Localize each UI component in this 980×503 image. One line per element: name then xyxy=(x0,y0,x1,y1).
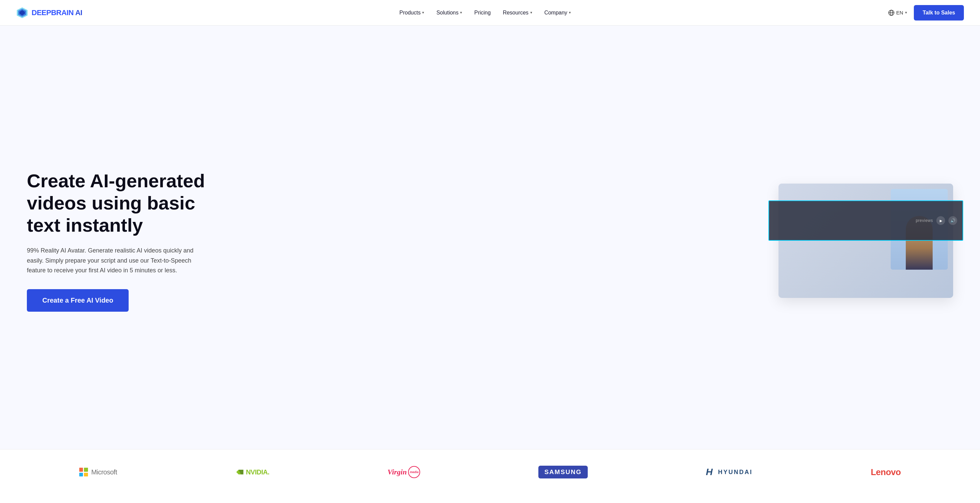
logo-text: DEEPBRAIN AI xyxy=(32,8,82,17)
partner-samsung: SAMSUNG xyxy=(538,466,588,479)
create-free-video-button[interactable]: Create a Free AI Video xyxy=(27,289,129,312)
partners-row: Microsoft NVIDIA. Virgin media SAMSUNG xyxy=(27,466,953,479)
chevron-down-icon: ▾ xyxy=(422,10,424,15)
chevron-down-icon: ▾ xyxy=(460,10,462,15)
chevron-down-icon: ▾ xyxy=(530,10,532,15)
preview-label: previews xyxy=(916,218,933,223)
video-controls-overlay: previews xyxy=(768,200,963,241)
nav-item-resources[interactable]: Resources ▾ xyxy=(503,10,532,16)
sound-button[interactable] xyxy=(948,216,957,225)
virgin-text: Virgin xyxy=(388,468,407,476)
partners-section: Microsoft NVIDIA. Virgin media SAMSUNG xyxy=(0,449,980,495)
language-selector[interactable]: EN ▾ xyxy=(888,10,907,16)
hero-content: Create AI-generated videos using basic t… xyxy=(27,170,222,312)
samsung-label: SAMSUNG xyxy=(538,466,588,479)
hyundai-h-icon: H xyxy=(706,467,713,477)
hyundai-label: HYUNDAI xyxy=(718,469,752,476)
microsoft-label: Microsoft xyxy=(91,468,117,476)
nav-item-company[interactable]: Company ▾ xyxy=(544,10,571,16)
hero-video-preview: previews xyxy=(778,184,953,298)
nav-links: Products ▾ Solutions ▾ Pricing Resources… xyxy=(399,10,571,16)
nav-item-products[interactable]: Products ▾ xyxy=(399,10,424,16)
play-button[interactable] xyxy=(936,216,945,225)
logo-icon xyxy=(16,7,28,19)
globe-icon xyxy=(888,10,894,16)
partner-virgin: Virgin media xyxy=(388,466,420,478)
virgin-circle: media xyxy=(408,466,420,478)
nvidia-label: NVIDIA. xyxy=(246,468,269,476)
navbar: DEEPBRAIN AI Products ▾ Solutions ▾ Pric… xyxy=(0,0,980,26)
partner-nvidia: NVIDIA. xyxy=(235,468,269,476)
microsoft-logo-icon xyxy=(79,468,88,476)
hero-title: Create AI-generated videos using basic t… xyxy=(27,170,222,236)
logo[interactable]: DEEPBRAIN AI xyxy=(16,7,82,19)
hero-section: Create AI-generated videos using basic t… xyxy=(0,26,980,449)
nvidia-logo-icon xyxy=(235,468,245,476)
video-container: previews xyxy=(778,184,953,298)
chevron-down-icon: ▾ xyxy=(569,10,571,15)
lenovo-label: Lenovo xyxy=(871,467,901,477)
partner-microsoft: Microsoft xyxy=(79,468,117,476)
hero-description: 99% Reality AI Avatar. Generate realisti… xyxy=(27,246,202,276)
nav-item-pricing[interactable]: Pricing xyxy=(474,10,491,16)
nav-right: EN ▾ Talk to Sales xyxy=(888,5,964,21)
chevron-down-icon: ▾ xyxy=(905,10,907,15)
partner-lenovo: Lenovo xyxy=(871,467,901,477)
partner-hyundai: H HYUNDAI xyxy=(706,467,752,477)
nav-item-solutions[interactable]: Solutions ▾ xyxy=(436,10,462,16)
talk-to-sales-button[interactable]: Talk to Sales xyxy=(914,5,964,21)
